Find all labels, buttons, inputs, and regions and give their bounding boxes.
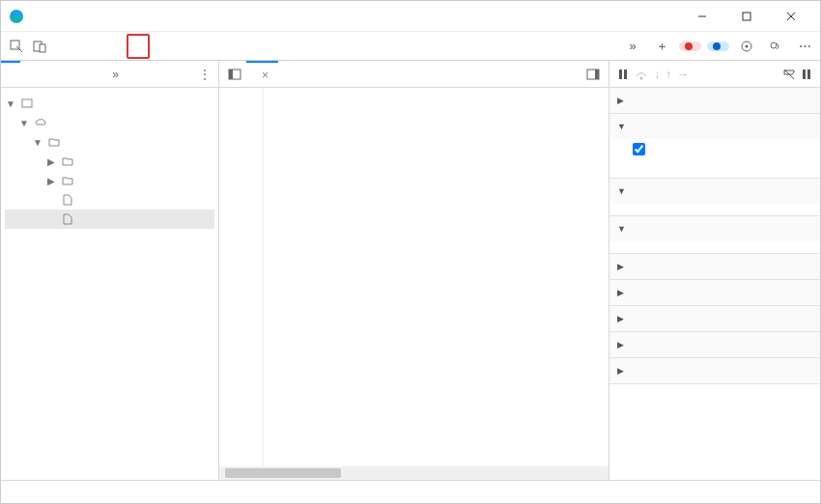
window-titlebar <box>1 1 820 32</box>
svg-rect-11 <box>22 99 32 107</box>
device-icon[interactable] <box>28 35 51 58</box>
section-dom[interactable]: ▶ <box>609 280 820 305</box>
breakpoint-entry[interactable] <box>609 139 820 178</box>
close-button[interactable] <box>770 3 812 30</box>
nav-more-icon[interactable]: ⋮ <box>191 68 218 81</box>
sources-navigator: » ⋮ ▼ ▼ ▼ ▶ ▶ <box>1 61 219 480</box>
tab-welcome[interactable] <box>57 32 80 61</box>
svg-rect-17 <box>624 70 627 79</box>
tab-sources[interactable] <box>127 34 150 59</box>
settings-icon[interactable] <box>735 35 758 58</box>
errors-indicator[interactable] <box>679 42 701 51</box>
nav-tab-page[interactable] <box>1 61 20 88</box>
tabs-overflow-icon[interactable]: » <box>621 35 644 58</box>
status-bar <box>1 480 820 503</box>
file-icon <box>61 212 74 226</box>
cloud-icon <box>34 116 47 129</box>
minimize-button[interactable] <box>681 3 723 30</box>
section-xhr[interactable]: ▶ <box>609 254 820 279</box>
editor-tab-buttons-js[interactable]: × <box>246 61 278 88</box>
new-tab-icon[interactable]: ＋ <box>650 35 673 58</box>
callstack-not-paused <box>609 241 820 253</box>
svg-rect-19 <box>803 70 806 79</box>
tree-top[interactable]: ▼ <box>5 94 214 113</box>
deactivate-breakpoints-icon[interactable] <box>783 69 795 80</box>
horizontal-scrollbar[interactable] <box>219 466 609 480</box>
folder-icon <box>61 174 74 187</box>
devtools-tabbar: » ＋ ⋯ <box>1 32 820 61</box>
frame-icon <box>20 97 34 110</box>
svg-rect-15 <box>595 70 599 79</box>
warn-dot-icon <box>713 42 721 50</box>
nav-tabs-overflow-icon[interactable]: » <box>104 68 127 81</box>
step-into-icon[interactable]: ↓ <box>654 68 660 81</box>
section-watch[interactable]: ▶ <box>609 88 820 113</box>
toggle-navigator-icon[interactable] <box>223 63 246 86</box>
tree-folder-photos[interactable]: ▶ <box>5 171 214 190</box>
svg-point-10 <box>771 42 777 48</box>
file-icon <box>61 193 74 207</box>
section-callstack[interactable]: ▼ <box>609 216 820 241</box>
section-global[interactable]: ▶ <box>609 306 820 331</box>
step-out-icon[interactable]: ↑ <box>665 68 671 81</box>
section-csp[interactable]: ▶ <box>609 358 820 383</box>
svg-rect-20 <box>807 70 810 79</box>
svg-rect-13 <box>229 70 233 79</box>
section-evt[interactable]: ▶ <box>609 332 820 357</box>
tab-memory[interactable] <box>196 32 219 61</box>
more-icon[interactable]: ⋯ <box>793 35 816 58</box>
tree-folder-css[interactable]: ▶ <box>5 152 214 171</box>
scope-not-paused <box>609 204 820 215</box>
tab-console[interactable] <box>103 32 127 61</box>
tab-elements[interactable] <box>80 32 103 61</box>
tree-host[interactable]: ▼ <box>5 113 214 132</box>
feedback-icon[interactable] <box>764 35 787 58</box>
nav-tab-filesystem[interactable] <box>20 61 40 88</box>
folder-icon <box>47 135 61 149</box>
breakpoint-checkbox[interactable] <box>633 143 645 155</box>
section-breakpoints[interactable]: ▼ <box>609 114 820 139</box>
svg-point-9 <box>746 44 749 47</box>
code-content[interactable] <box>264 88 609 466</box>
toggle-debugger-icon[interactable] <box>581 63 605 86</box>
tree-file-html[interactable] <box>5 190 214 210</box>
svg-rect-7 <box>40 44 45 52</box>
maximize-button[interactable] <box>725 3 768 30</box>
line-gutter[interactable] <box>219 88 264 466</box>
code-editor-panel: × <box>219 61 609 480</box>
scrollbar-thumb[interactable] <box>225 468 341 478</box>
app-icon <box>9 9 24 24</box>
file-tree: ▼ ▼ ▼ ▶ ▶ <box>1 88 218 235</box>
step-over-icon[interactable] <box>635 69 648 80</box>
warnings-indicator[interactable] <box>707 42 729 51</box>
svg-rect-16 <box>619 70 622 79</box>
inspect-icon[interactable] <box>5 35 28 58</box>
section-scope[interactable]: ▼ <box>609 179 820 204</box>
tree-path[interactable]: ▼ <box>5 132 214 152</box>
step-icon[interactable]: → <box>677 68 689 81</box>
svg-rect-2 <box>743 13 750 20</box>
tab-performance[interactable] <box>173 32 196 61</box>
error-dot-icon <box>685 42 693 50</box>
tab-network[interactable] <box>150 32 173 61</box>
pause-icon[interactable] <box>617 69 629 80</box>
close-tab-icon[interactable]: × <box>262 69 269 82</box>
debugger-panel: ↓ ↑ → ▶ ▼ ▼ ▼ ▶ ▶ ▶ ▶ ▶ <box>609 61 820 480</box>
tree-file-js[interactable] <box>5 210 214 229</box>
pause-exceptions-icon[interactable] <box>801 69 812 80</box>
svg-point-18 <box>640 76 643 79</box>
folder-icon <box>61 154 74 168</box>
